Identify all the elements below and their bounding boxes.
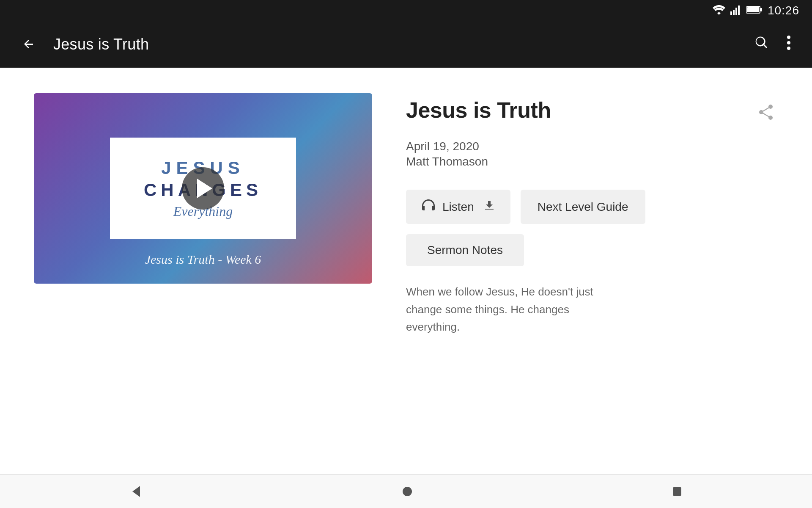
svg-point-7 <box>787 36 790 39</box>
status-icons: 10:26 <box>713 4 799 17</box>
nav-back-button[interactable] <box>113 481 159 502</box>
main-content: JESUS CHANGES Everything Jesus is Truth … <box>0 68 812 474</box>
svg-rect-5 <box>760 8 762 11</box>
status-bar: 10:26 <box>0 0 812 21</box>
svg-rect-3 <box>738 6 740 15</box>
app-bar: Jesus is Truth <box>0 21 812 68</box>
video-thumbnail: JESUS CHANGES Everything Jesus is Truth … <box>34 93 372 284</box>
svg-rect-0 <box>730 11 732 15</box>
svg-point-17 <box>403 487 412 496</box>
svg-line-14 <box>761 107 771 112</box>
svg-rect-1 <box>733 10 735 15</box>
svg-point-9 <box>787 47 790 50</box>
headphone-icon <box>421 199 436 215</box>
next-level-button[interactable]: Next Level Guide <box>521 190 645 224</box>
more-options-button[interactable] <box>782 31 795 58</box>
sermon-notes-label: Sermon Notes <box>427 243 503 257</box>
sermon-notes-button[interactable]: Sermon Notes <box>406 234 524 266</box>
video-section: JESUS CHANGES Everything Jesus is Truth … <box>34 93 372 449</box>
search-button[interactable] <box>750 31 774 58</box>
download-icon <box>483 199 495 214</box>
listen-label: Listen <box>442 200 474 214</box>
play-button[interactable] <box>182 167 224 210</box>
video-subtitle: Jesus is Truth - Week 6 <box>145 252 261 267</box>
sermon-title: Jesus is Truth <box>406 97 551 123</box>
battery-icon <box>746 6 763 16</box>
nav-home-button[interactable] <box>385 482 429 501</box>
sermon-description: When we follow Jesus, He doesn't just ch… <box>406 283 626 336</box>
page-title: Jesus is Truth <box>53 36 738 53</box>
nav-recents-button[interactable] <box>655 482 699 501</box>
svg-marker-16 <box>132 486 140 497</box>
action-row-1: Listen Next Level Guide <box>406 190 778 224</box>
sermon-author: Matt Thomason <box>406 155 778 168</box>
svg-rect-18 <box>673 487 681 496</box>
svg-line-15 <box>761 112 771 118</box>
wifi-icon <box>713 5 725 17</box>
svg-marker-10 <box>197 179 212 198</box>
action-icons <box>750 31 795 58</box>
sermon-date: April 19, 2020 <box>406 140 778 153</box>
status-time: 10:26 <box>768 4 799 17</box>
signal-icon <box>730 5 741 17</box>
next-level-label: Next Level Guide <box>538 200 628 213</box>
svg-rect-2 <box>735 8 737 15</box>
detail-section: Jesus is Truth April 19, 2020 Matt Thoma… <box>406 93 778 449</box>
detail-header: Jesus is Truth <box>406 97 778 128</box>
nav-bar <box>0 474 812 508</box>
svg-rect-6 <box>747 7 759 12</box>
svg-point-8 <box>787 41 790 44</box>
share-button[interactable] <box>754 100 778 128</box>
back-button[interactable] <box>17 33 41 56</box>
listen-button[interactable]: Listen <box>406 190 510 224</box>
action-row-2: Sermon Notes <box>406 234 778 266</box>
